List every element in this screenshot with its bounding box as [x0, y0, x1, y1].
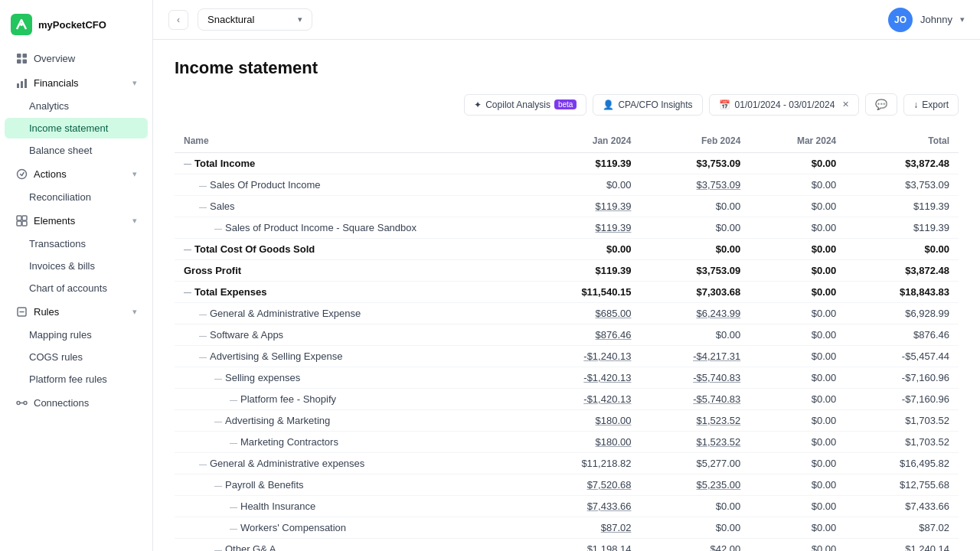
row-value-cell[interactable]: $5,235.00: [640, 474, 750, 496]
value-link[interactable]: $87.02: [601, 522, 632, 533]
back-button[interactable]: ‹: [168, 10, 188, 30]
row-mar-cell: $0.00: [750, 389, 845, 410]
row-value-cell: $11,540.15: [528, 282, 641, 303]
collapse-icon[interactable]: —: [199, 181, 207, 190]
value-link[interactable]: $180.00: [595, 415, 631, 426]
sidebar-item-connections[interactable]: Connections: [5, 391, 148, 414]
row-value-cell[interactable]: -$5,740.83: [640, 389, 750, 410]
svg-rect-7: [21, 81, 23, 88]
sidebar-section-rules[interactable]: Rules ▾: [5, 300, 148, 323]
sidebar-item-balance-sheet[interactable]: Balance sheet: [5, 140, 148, 161]
value-link[interactable]: $1,523.52: [696, 415, 740, 426]
row-value-cell[interactable]: -$1,420.13: [528, 367, 641, 389]
row-value-cell[interactable]: $6,243.99: [640, 303, 750, 324]
collapse-icon[interactable]: —: [214, 481, 222, 490]
row-value-cell[interactable]: $119.39: [528, 196, 641, 217]
row-value-cell[interactable]: $3,753.09: [640, 174, 750, 196]
sidebar-item-overview[interactable]: Overview: [5, 47, 148, 70]
sidebar-item-chart-of-accounts[interactable]: Chart of accounts: [5, 278, 148, 298]
row-value-cell[interactable]: $685.00: [528, 303, 641, 324]
sidebar-item-income-statement[interactable]: Income statement: [5, 118, 148, 139]
value-link[interactable]: $6,243.99: [696, 308, 740, 319]
row-value-cell[interactable]: $1,198.14: [528, 539, 641, 552]
collapse-icon[interactable]: —: [230, 396, 237, 404]
date-close-icon[interactable]: ✕: [842, 99, 849, 109]
row-value-cell[interactable]: $876.46: [528, 324, 641, 346]
sidebar-item-platform-fee-rules[interactable]: Platform fee rules: [5, 369, 148, 390]
collapse-icon[interactable]: —: [214, 417, 222, 425]
row-value-cell[interactable]: -$4,217.31: [640, 346, 750, 367]
sidebar-section-elements[interactable]: Elements ▾: [5, 209, 148, 232]
row-value-cell[interactable]: $180.00: [528, 410, 641, 432]
value-link[interactable]: -$5,740.83: [693, 372, 740, 383]
sidebar-section-actions[interactable]: Actions ▾: [5, 162, 148, 185]
value-link[interactable]: -$1,240.13: [583, 350, 631, 362]
sidebar-item-cogs-rules[interactable]: COGS rules: [5, 347, 148, 367]
row-value-cell: $3,753.09: [640, 260, 750, 282]
collapse-icon[interactable]: —: [199, 331, 207, 340]
collapse-icon[interactable]: —: [214, 224, 222, 233]
cpa-label: CPA/CFO Insights: [618, 99, 692, 110]
collapse-icon[interactable]: —: [214, 374, 222, 383]
value-link[interactable]: $685.00: [595, 308, 631, 319]
sidebar-item-reconciliation[interactable]: Reconciliation: [5, 187, 148, 207]
row-name: Workers' Compensation: [240, 522, 346, 533]
value-link[interactable]: $119.39: [595, 201, 631, 212]
collapse-icon[interactable]: —: [230, 439, 237, 447]
row-value-cell[interactable]: $119.39: [528, 217, 641, 239]
collapse-icon[interactable]: —: [199, 460, 207, 468]
row-value-cell[interactable]: $7,433.66: [528, 496, 641, 517]
row-total-cell: $3,753.09: [845, 174, 959, 196]
sidebar-item-transactions[interactable]: Transactions: [5, 233, 148, 254]
value-link[interactable]: $876.46: [595, 329, 631, 341]
sidebar-item-label: Analytics: [29, 100, 69, 112]
date-range-selector[interactable]: 📅 01/01/2024 - 03/01/2024 ✕: [709, 94, 860, 116]
collapse-icon[interactable]: —: [230, 524, 237, 533]
value-link[interactable]: -$4,217.31: [693, 350, 740, 362]
value-link[interactable]: $42.00: [710, 543, 741, 551]
row-total-cell: $7,433.66: [845, 496, 959, 517]
comment-button[interactable]: 💬: [865, 93, 897, 116]
copilot-analysis-button[interactable]: ✦ Copilot Analysis beta: [464, 94, 586, 116]
collapse-icon[interactable]: —: [184, 160, 191, 168]
collapse-icon[interactable]: —: [199, 353, 207, 361]
row-value-cell[interactable]: -$1,240.13: [528, 346, 641, 367]
sidebar-section-financials[interactable]: Financials ▾: [5, 71, 148, 94]
collapse-icon[interactable]: —: [184, 289, 191, 297]
collapse-icon[interactable]: —: [214, 546, 222, 551]
sidebar-item-mapping-rules[interactable]: Mapping rules: [5, 324, 148, 345]
collapse-icon[interactable]: —: [184, 246, 191, 254]
value-link[interactable]: -$1,420.13: [583, 393, 631, 405]
row-value-cell[interactable]: $7,520.68: [528, 474, 641, 496]
sidebar-item-analytics[interactable]: Analytics: [5, 96, 148, 116]
sidebar-section-label: Financials: [34, 77, 79, 89]
value-link[interactable]: $3,753.09: [696, 179, 740, 191]
cpa-insights-button[interactable]: 👤 CPA/CFO Insights: [593, 94, 702, 116]
row-name: Gross Profit: [184, 265, 241, 276]
value-link[interactable]: $7,433.66: [587, 500, 632, 512]
row-value-cell[interactable]: -$1,420.13: [528, 389, 641, 410]
collapse-icon[interactable]: —: [199, 310, 207, 318]
row-mar-cell: $0.00: [750, 174, 845, 196]
sidebar-item-invoices-bills[interactable]: Invoices & bills: [5, 256, 148, 276]
row-value-cell[interactable]: $180.00: [528, 432, 641, 453]
row-value-cell[interactable]: -$5,740.83: [640, 367, 750, 389]
company-name: Snacktural: [207, 14, 254, 25]
value-link[interactable]: $1,523.52: [696, 436, 740, 448]
row-value-cell[interactable]: $87.02: [528, 517, 641, 539]
row-mar-cell: $0.00: [750, 324, 845, 346]
value-link[interactable]: $119.39: [595, 222, 631, 233]
export-button[interactable]: ↓ Export: [903, 94, 959, 116]
value-link[interactable]: -$1,420.13: [583, 372, 631, 383]
row-value-cell[interactable]: $1,523.52: [640, 432, 750, 453]
collapse-icon[interactable]: —: [230, 503, 237, 511]
value-link[interactable]: $5,235.00: [696, 479, 740, 491]
row-value-cell[interactable]: $1,523.52: [640, 410, 750, 432]
value-link[interactable]: $7,520.68: [587, 479, 632, 491]
company-selector[interactable]: Snacktural ▾: [198, 8, 312, 31]
collapse-icon[interactable]: —: [199, 203, 207, 211]
value-link[interactable]: $180.00: [595, 436, 631, 448]
row-value-cell[interactable]: $42.00: [640, 539, 750, 552]
value-link[interactable]: $1,198.14: [587, 543, 632, 551]
value-link[interactable]: -$5,740.83: [693, 393, 740, 405]
